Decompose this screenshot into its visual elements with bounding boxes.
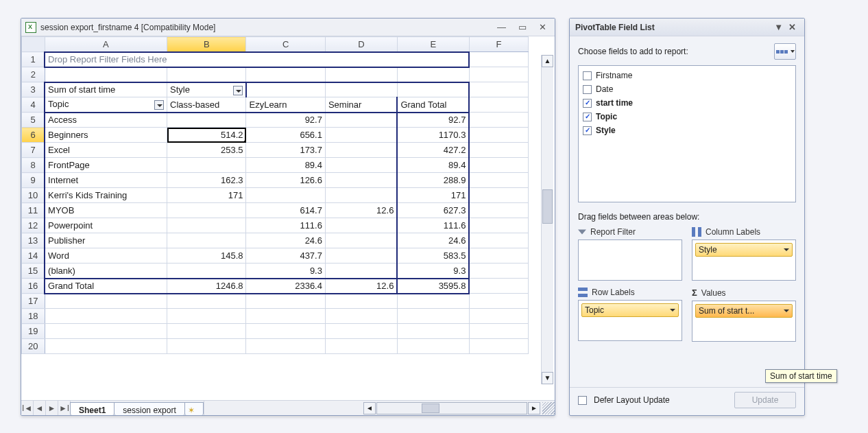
cell-F8[interactable] (469, 158, 528, 173)
row-header-19[interactable]: 19 (22, 324, 45, 339)
cell-B20[interactable] (167, 339, 246, 354)
data-cell[interactable]: 111.6 (246, 218, 325, 233)
cell-E2[interactable] (397, 67, 469, 82)
row-header-14[interactable]: 14 (22, 248, 45, 264)
row-label-cell[interactable]: MYOB (45, 203, 167, 218)
column-header-A[interactable]: A (45, 37, 167, 52)
row-label-cell[interactable]: Publisher (45, 233, 167, 248)
tab-last-icon[interactable]: ►I (58, 401, 71, 415)
data-cell[interactable] (325, 218, 397, 233)
data-cell[interactable]: 2336.4 (246, 279, 325, 294)
field-list-titlebar[interactable]: PivotTable Field List ▼ ✕ (570, 19, 804, 36)
cell-F2[interactable] (469, 67, 528, 82)
row-label-cell[interactable]: Access (45, 113, 167, 128)
cell-E18[interactable] (397, 309, 469, 324)
data-cell[interactable] (325, 113, 397, 128)
cell-F12[interactable] (469, 218, 528, 233)
data-cell[interactable] (325, 188, 397, 203)
field-checkbox[interactable] (583, 99, 592, 108)
data-cell[interactable] (167, 233, 246, 248)
cell-F15[interactable] (469, 264, 528, 279)
data-cell[interactable]: 627.3 (397, 203, 469, 218)
tab-session-export[interactable]: session export (114, 402, 184, 415)
row-header-11[interactable]: 11 (22, 203, 45, 218)
scroll-track[interactable] (542, 67, 553, 372)
data-cell[interactable]: 171 (167, 188, 246, 203)
row-label-cell[interactable]: Kerri's Kids Training (45, 188, 167, 203)
data-cell[interactable]: 1246.8 (167, 279, 246, 294)
cell-D19[interactable] (325, 324, 397, 339)
row-labels-dropzone[interactable]: Topic (578, 300, 682, 341)
row-header-12[interactable]: 12 (22, 218, 45, 233)
data-cell[interactable]: 92.7 (397, 113, 469, 128)
cell-F18[interactable] (469, 309, 528, 324)
data-cell[interactable]: 9.3 (246, 264, 325, 279)
row-header-8[interactable]: 8 (22, 158, 45, 173)
row-header-16[interactable]: 16 (22, 279, 45, 294)
row-header-6[interactable]: 6 (22, 128, 45, 143)
minimize-icon[interactable]: — (497, 22, 506, 32)
row-header-5[interactable]: 5 (22, 113, 45, 128)
cell-F6[interactable] (469, 128, 528, 143)
fields-list[interactable]: FirstnameDatestart timeTopicStyle (578, 65, 796, 202)
window-titlebar[interactable]: session export_firstname 4 [Compatibilit… (21, 19, 555, 36)
cell-F17[interactable] (469, 294, 528, 309)
data-cell[interactable]: 3595.8 (397, 279, 469, 294)
field-item-topic[interactable]: Topic (583, 110, 791, 124)
cell-F1[interactable] (469, 52, 528, 67)
data-cell[interactable]: 24.6 (397, 233, 469, 248)
cell-D2[interactable] (325, 67, 397, 82)
cell-F16[interactable] (469, 279, 528, 294)
cell-C19[interactable] (246, 324, 325, 339)
data-cell[interactable]: 514.2 (167, 128, 246, 143)
cell-A17[interactable] (45, 294, 167, 309)
data-cell[interactable] (167, 203, 246, 218)
data-cell[interactable]: 9.3 (397, 264, 469, 279)
col-label-2[interactable]: Seminar (325, 97, 397, 113)
row-header-17[interactable]: 17 (22, 294, 45, 309)
field-checkbox[interactable] (583, 85, 592, 94)
cell-D17[interactable] (325, 294, 397, 309)
row-label-cell[interactable]: (blank) (45, 264, 167, 279)
row-header-1[interactable]: 1 (22, 52, 45, 67)
cell-B19[interactable] (167, 324, 246, 339)
row-header-7[interactable]: 7 (22, 143, 45, 158)
cell-F9[interactable] (469, 173, 528, 188)
data-cell[interactable] (167, 218, 246, 233)
data-cell[interactable]: 614.7 (246, 203, 325, 218)
column-header-D[interactable]: D (325, 37, 397, 52)
data-cell[interactable]: 89.4 (246, 158, 325, 173)
vertical-scrollbar[interactable]: ▲ ▼ (541, 55, 553, 384)
col-label-3[interactable]: Grand Total (397, 97, 469, 113)
data-cell[interactable]: 126.6 (246, 173, 325, 188)
row-header-20[interactable]: 20 (22, 339, 45, 354)
layout-options-button[interactable] (774, 43, 796, 60)
new-sheet-icon[interactable]: ✶ (184, 402, 204, 415)
restore-icon[interactable]: ▭ (518, 22, 527, 32)
data-cell[interactable] (167, 113, 246, 128)
data-cell[interactable]: 111.6 (397, 218, 469, 233)
report-filter-dropzone-cell[interactable]: Drop Report Filter Fields Here (45, 52, 469, 67)
cell-A2[interactable] (45, 67, 167, 82)
cell-A18[interactable] (45, 309, 167, 324)
field-list-dropdown-icon[interactable]: ▼ (771, 22, 786, 32)
horizontal-scrollbar[interactable]: ◄ ► (363, 401, 555, 415)
cell-C17[interactable] (246, 294, 325, 309)
field-checkbox[interactable] (583, 113, 592, 121)
data-cell[interactable] (325, 128, 397, 143)
cell-A19[interactable] (45, 324, 167, 339)
data-cell[interactable]: 437.7 (246, 248, 325, 264)
close-icon[interactable]: ✕ (539, 22, 546, 32)
tab-first-icon[interactable]: I◄ (21, 401, 34, 415)
cell-E17[interactable] (397, 294, 469, 309)
data-cell[interactable]: 253.5 (167, 143, 246, 158)
hscroll-track[interactable] (376, 402, 527, 414)
cell-A20[interactable] (45, 339, 167, 354)
data-cell[interactable]: 145.8 (167, 248, 246, 264)
field-list-close-icon[interactable]: ✕ (786, 22, 799, 32)
values-field-pill[interactable]: Sum of start t... (695, 304, 793, 318)
cell-F5[interactable] (469, 113, 528, 128)
cell-B18[interactable] (167, 309, 246, 324)
data-cell[interactable]: 24.6 (246, 233, 325, 248)
data-cell[interactable] (325, 264, 397, 279)
